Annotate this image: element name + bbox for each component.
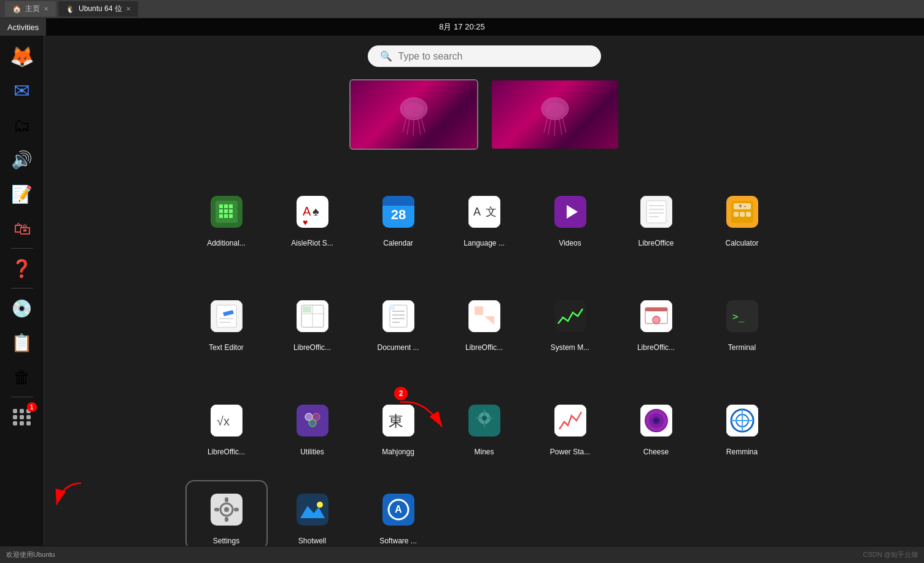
dock-item-help[interactable]: ❓: [6, 252, 38, 284]
app-item-texteditor[interactable]: Text Editor: [187, 273, 266, 371]
app-item-librecalc[interactable]: LibreOffic...: [445, 273, 524, 371]
app-item-aisleriot[interactable]: A♠♥AisleRiot S...: [273, 168, 352, 266]
svg-line-11: [554, 120, 555, 136]
search-bar[interactable]: 🔍: [368, 45, 601, 67]
app-item-libreoffice[interactable]: LibreOffice: [616, 168, 696, 266]
document-label: Document ...: [377, 343, 419, 352]
activities-button[interactable]: Activities: [0, 18, 46, 36]
document-icon: [376, 294, 421, 338]
svg-point-1: [404, 103, 424, 117]
dock-item-files[interactable]: 🗂: [6, 109, 38, 141]
app-item-document[interactable]: Document ...: [359, 273, 438, 371]
utilities-label: Utilities: [300, 448, 324, 456]
terminal-icon: >_: [720, 294, 764, 338]
bottom-left-text: 欢迎使用Ubuntu: [6, 550, 863, 559]
dock-item-trash[interactable]: 🗑: [6, 361, 38, 393]
workspace-bg-2: [492, 80, 618, 149]
calendar-icon: 28: [376, 190, 421, 234]
app-item-remmina[interactable]: Remmina: [702, 377, 782, 475]
svg-line-12: [559, 119, 562, 134]
svg-rect-66: [390, 305, 395, 310]
settings-icon: [204, 487, 249, 532]
svg-line-6: [421, 118, 425, 132]
app-item-mahjongg[interactable]: 東Mahjongg: [359, 377, 438, 475]
libreoffice-label: LibreOffice: [639, 239, 674, 247]
taskbar-top: Activities 8月 17 20:25: [0, 18, 924, 36]
app-item-shotwell[interactable]: Shotwell: [273, 481, 352, 546]
app-item-settings[interactable]: Settings: [187, 481, 266, 546]
app-item-calendar[interactable]: 28Calendar: [359, 168, 438, 266]
app-item-powerstats[interactable]: Power Sta...: [530, 377, 610, 475]
svg-rect-59: [303, 306, 311, 313]
svg-rect-108: [234, 508, 239, 511]
app-item-mines[interactable]: Mines: [445, 377, 524, 475]
disc-icon: 💿: [11, 298, 33, 319]
app-item-cheese[interactable]: Cheese: [616, 377, 696, 475]
svg-rect-16: [219, 204, 223, 208]
tab-ubuntu[interactable]: 🐧 Ubuntu 64 位 ✕: [58, 1, 138, 17]
jellyfish-svg-1: [389, 90, 438, 139]
workspace-previews: [349, 79, 619, 150]
apps-badge: 1: [27, 402, 37, 412]
svg-line-5: [418, 119, 421, 134]
app-item-terminal[interactable]: >_Terminal: [702, 273, 782, 371]
svg-text:A: A: [473, 206, 481, 218]
videos-label: Videos: [559, 239, 581, 247]
additional-icon: [204, 190, 249, 234]
settings-label: Settings: [213, 537, 239, 545]
datetime-display: 8月 17 20:25: [439, 21, 484, 33]
dock-separator-1: [11, 248, 33, 249]
dock-item-thunderbird[interactable]: ✉: [6, 75, 38, 107]
svg-text:A: A: [303, 204, 311, 218]
workspace-preview-1[interactable]: [349, 79, 478, 150]
dock-item-rhythmbox[interactable]: 🔊: [6, 144, 38, 176]
workspace-preview-2[interactable]: [491, 79, 619, 150]
main-layout: 🦊 ✉ 🗂 🔊 📝 🛍 ❓ 💿 📋 🗑: [0, 36, 924, 546]
apps-grid-icon: [13, 409, 31, 425]
app-item-language[interactable]: A文Language ...: [445, 168, 524, 266]
calculator-icon: + -: [720, 190, 764, 234]
app-item-systemmonitor[interactable]: System M...: [530, 273, 610, 371]
svg-line-13: [562, 118, 566, 132]
tab-home-close[interactable]: ✕: [44, 6, 49, 12]
tab-home[interactable]: 🏠 主页 ✕: [5, 1, 56, 17]
svg-text:文: 文: [486, 206, 497, 218]
libreoffice-icon: [634, 190, 678, 234]
app-item-utilities[interactable]: Utilities: [273, 377, 352, 475]
app-item-additional[interactable]: Additional...: [187, 168, 266, 266]
svg-rect-39: [646, 201, 666, 223]
svg-rect-47: [734, 212, 739, 217]
libreimpress-icon: [634, 294, 678, 338]
librecalc-icon: [462, 294, 507, 338]
tab-ubuntu-close[interactable]: ✕: [126, 6, 131, 12]
dock-item-appstore[interactable]: 🛍: [6, 212, 38, 244]
app-item-calc[interactable]: LibreOffic...: [273, 273, 352, 371]
mines-label: Mines: [474, 448, 494, 456]
svg-text:♥: ♥: [303, 217, 308, 227]
svg-line-10: [548, 119, 551, 134]
svg-rect-22: [219, 214, 223, 218]
librecalc-label: LibreOffic...: [465, 343, 503, 352]
dock-item-firefox[interactable]: 🦊: [6, 41, 38, 72]
calc-label: LibreOffic...: [293, 343, 331, 352]
search-input[interactable]: [398, 51, 589, 62]
app-item-software[interactable]: ASoftware ...: [359, 481, 438, 546]
cheese-icon: [634, 398, 678, 443]
videos-icon: [548, 190, 592, 234]
app-item-libremath[interactable]: √xLibreOffic...: [187, 377, 266, 475]
software-icon: A: [376, 487, 421, 532]
svg-rect-70: [475, 316, 483, 325]
cheese-label: Cheese: [643, 448, 669, 456]
svg-point-83: [309, 419, 316, 427]
app-item-videos[interactable]: Videos: [530, 168, 610, 266]
mahjongg-label: Mahjongg: [382, 448, 414, 456]
svg-text:A: A: [395, 504, 402, 514]
trash-icon: 🗑: [14, 367, 31, 387]
app-item-calculator[interactable]: + -Calculator: [702, 168, 782, 266]
dock-item-notes[interactable]: 📋: [6, 327, 38, 359]
dock-item-disc[interactable]: 💿: [6, 292, 38, 324]
dock-item-writer[interactable]: 📝: [6, 178, 38, 210]
dock-item-apps[interactable]: 1: [6, 401, 38, 433]
app-item-libreimpress[interactable]: LibreOffic...: [616, 273, 696, 371]
svg-text:√x: √x: [217, 414, 230, 428]
